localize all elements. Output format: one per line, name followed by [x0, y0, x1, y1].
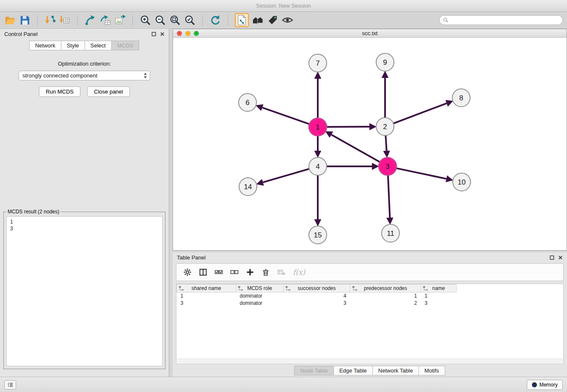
edge-2-3[interactable]	[385, 135, 386, 151]
criterion-dropdown[interactable]: strongly connected component	[19, 71, 150, 80]
column-header-predecessor-nodes[interactable]: predecessor nodes	[350, 284, 421, 293]
search-box[interactable]	[439, 15, 563, 25]
column-header-successor-nodes[interactable]: successor nodes	[284, 284, 350, 293]
dropdown-arrows-icon	[143, 72, 147, 79]
column-label: shared name	[191, 285, 221, 291]
close-panel-icon[interactable]	[160, 32, 165, 36]
import-network-icon[interactable]	[44, 14, 56, 26]
table-row[interactable]: 1dominator411	[177, 293, 564, 300]
export-image-icon[interactable]	[114, 14, 126, 26]
tab-network[interactable]: Network	[29, 41, 61, 50]
edge-3-11[interactable]	[388, 175, 390, 218]
column-label: name	[432, 285, 445, 291]
run-mcds-button[interactable]: Run MCDS	[39, 86, 80, 97]
node-15[interactable]: 15	[309, 226, 327, 244]
cell-MCDS-role[interactable]: dominator	[236, 300, 284, 307]
network-window-titlebar[interactable]: scc.txt	[173, 29, 567, 38]
tab-style[interactable]: Style	[61, 41, 85, 50]
add-row-icon[interactable]	[246, 268, 254, 276]
tab-mcds[interactable]: MCDS	[111, 41, 139, 50]
edge-4-14[interactable]	[263, 169, 309, 182]
toolbar-separator	[77, 15, 78, 26]
node-1[interactable]: 1	[309, 118, 327, 136]
horizontal-scrollbar[interactable]	[177, 359, 563, 363]
tab-network-table[interactable]: Network Table	[372, 366, 419, 375]
node-14[interactable]: 14	[239, 178, 257, 196]
node-9[interactable]: 9	[376, 53, 394, 71]
refresh-icon[interactable]	[209, 14, 221, 26]
column-label: successor nodes	[297, 285, 336, 291]
open-folder-icon[interactable]	[4, 14, 16, 26]
import-table-icon[interactable]	[59, 14, 71, 26]
cell-shared-name[interactable]: 1	[177, 293, 236, 300]
zoom-fit-icon[interactable]	[169, 14, 181, 26]
network-canvas[interactable]: 7968124314101511	[173, 38, 567, 250]
zoom-selected-icon[interactable]	[184, 14, 195, 26]
edge-1-6[interactable]	[262, 108, 309, 124]
close-table-panel-icon[interactable]	[558, 255, 563, 260]
cell-filler	[457, 293, 564, 300]
memory-button[interactable]: Memory	[527, 380, 563, 390]
column-header-shared-name[interactable]: shared name	[177, 284, 236, 293]
cell-predecessor-nodes[interactable]: 2	[350, 300, 421, 307]
annotation-icon[interactable]	[267, 14, 278, 26]
node-11[interactable]: 11	[382, 224, 399, 242]
edge-3-10[interactable]	[396, 168, 446, 179]
save-icon[interactable]	[19, 14, 30, 26]
node-10[interactable]: 10	[453, 173, 471, 191]
cell-name[interactable]: 1	[421, 293, 457, 300]
zoom-in-icon[interactable]	[140, 14, 151, 26]
column-view-icon[interactable]	[199, 268, 207, 276]
cell-MCDS-role[interactable]: dominator	[236, 293, 284, 300]
right-column: scc.txt 7968124314101511 Table Panel f(x…	[173, 29, 567, 377]
deselect-all-icon[interactable]	[230, 268, 239, 276]
node-8[interactable]: 8	[452, 89, 470, 107]
cell-predecessor-nodes[interactable]: 1	[350, 293, 421, 300]
tab-select[interactable]: Select	[85, 41, 112, 50]
close-panel-button[interactable]: Close panel	[87, 86, 130, 97]
node-table-body: 1dominator4113dominator323	[177, 293, 564, 307]
select-all-icon[interactable]	[215, 268, 223, 276]
table-row[interactable]: 3dominator323	[177, 300, 564, 307]
node-7[interactable]: 7	[309, 54, 327, 72]
new-network-icon[interactable]	[85, 14, 96, 26]
node-6[interactable]: 6	[239, 94, 256, 111]
panel-list-icon[interactable]	[4, 380, 16, 389]
cell-name[interactable]: 3	[421, 300, 457, 307]
column-header-name[interactable]: name	[421, 284, 457, 293]
home-icon[interactable]	[252, 14, 264, 26]
column-header-MCDS-role[interactable]: MCDS role	[236, 284, 284, 293]
mcds-result-item: 3	[10, 225, 159, 232]
window-titlebar[interactable]: Session: New Session	[0, 0, 567, 12]
edge-1-2[interactable]	[327, 127, 369, 127]
header-filler	[457, 284, 564, 293]
float-panel-icon[interactable]	[151, 32, 156, 36]
search-input[interactable]	[451, 17, 559, 23]
node-table: shared nameMCDS rolesuccessor nodesprede…	[176, 284, 564, 364]
network-file-icon[interactable]	[235, 13, 249, 27]
network-table-icon[interactable]	[99, 14, 111, 26]
node-label: 8	[459, 94, 463, 102]
zoom-out-icon[interactable]	[154, 14, 166, 26]
gear-icon[interactable]	[183, 268, 192, 276]
toolbar-separator	[228, 15, 228, 26]
maximize-window-icon[interactable]	[194, 31, 199, 36]
toolbar-separator	[202, 15, 203, 26]
minimize-window-icon[interactable]	[185, 31, 190, 36]
eye-icon[interactable]	[282, 14, 293, 26]
node-4[interactable]: 4	[309, 157, 327, 175]
edge-2-8[interactable]	[394, 103, 447, 124]
tab-node-table[interactable]: Node Table	[294, 366, 334, 375]
tab-edge-table[interactable]: Edge Table	[333, 366, 373, 375]
cell-shared-name[interactable]: 3	[177, 300, 236, 307]
delete-row-icon[interactable]	[261, 268, 270, 276]
node-3[interactable]: 3	[379, 157, 396, 175]
tab-motifs[interactable]: Motifs	[418, 366, 445, 375]
sort-icon	[423, 286, 428, 293]
node-2[interactable]: 2	[376, 118, 394, 135]
cell-successor-nodes[interactable]: 3	[284, 300, 350, 307]
edge-3-1[interactable]	[331, 135, 380, 162]
cell-successor-nodes[interactable]: 4	[284, 293, 350, 300]
float-table-panel-icon[interactable]	[550, 255, 554, 260]
close-window-icon[interactable]	[177, 31, 182, 36]
